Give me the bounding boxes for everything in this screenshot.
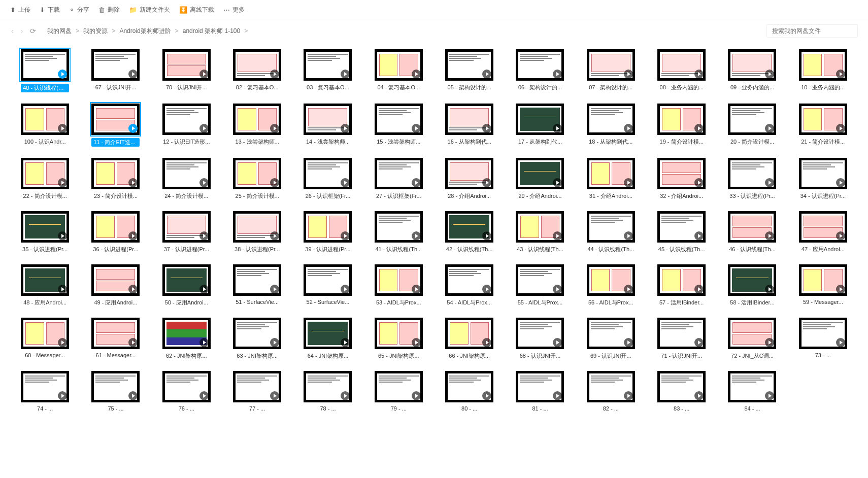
file-item[interactable]: 74 - ... [13, 371, 77, 412]
video-thumbnail[interactable] [445, 371, 493, 402]
video-thumbnail[interactable] [21, 158, 69, 189]
file-item[interactable]: 81 - ... [508, 371, 572, 412]
video-thumbnail[interactable] [516, 318, 564, 349]
breadcrumb-item[interactable]: 我的网盘 [47, 27, 72, 36]
file-item[interactable]: 03 - 复习基本O... [295, 49, 360, 92]
video-thumbnail[interactable] [233, 371, 281, 402]
file-item[interactable]: 80 - ... [437, 371, 502, 412]
file-item[interactable]: 43 - 认识线程(Th... [508, 211, 572, 253]
file-item[interactable]: 06 - 架构设计的... [508, 49, 572, 92]
video-thumbnail[interactable] [587, 49, 635, 81]
video-thumbnail[interactable] [233, 104, 281, 135]
file-item[interactable]: 17 - 从架构到代... [508, 104, 572, 147]
file-item[interactable]: 72 - JNI_从C调... [720, 318, 784, 360]
video-thumbnail[interactable] [304, 211, 352, 243]
file-item[interactable]: 63 - JNI架构原... [225, 318, 289, 360]
file-item[interactable]: 44 - 认识线程(Th... [579, 211, 643, 253]
video-thumbnail[interactable] [587, 158, 635, 189]
video-thumbnail[interactable] [587, 371, 635, 402]
file-item[interactable]: 73 - ... [791, 318, 855, 360]
video-thumbnail[interactable] [162, 371, 211, 402]
file-item[interactable]: 04 - 复习基本O... [366, 49, 431, 92]
breadcrumb-item[interactable]: android 架构师 1-100 [183, 27, 240, 36]
delete-button[interactable]: 🗑删除 [98, 6, 120, 14]
video-thumbnail[interactable] [445, 211, 493, 243]
file-item[interactable]: 66 - JNI架构原... [437, 318, 502, 360]
file-item[interactable]: 15 - 浅尝架构师... [366, 104, 431, 147]
file-item[interactable]: 05 - 架构设计的... [437, 49, 502, 92]
video-thumbnail[interactable] [162, 318, 211, 349]
file-item[interactable]: 48 - 应用Androi... [13, 264, 77, 306]
file-item[interactable]: 10 - 业务内涵的... [791, 49, 855, 92]
video-thumbnail[interactable] [233, 158, 281, 189]
file-item[interactable]: 39 - 认识进程(Pr... [295, 211, 360, 253]
back-button[interactable]: ‹ [10, 26, 15, 36]
video-thumbnail[interactable] [657, 211, 706, 243]
video-thumbnail[interactable] [657, 264, 706, 296]
video-thumbnail[interactable] [445, 104, 493, 135]
file-item[interactable]: 70 - 认识JNI开... [154, 49, 219, 92]
file-item[interactable]: 57 - 活用IBinder... [649, 264, 714, 306]
video-thumbnail[interactable] [375, 371, 423, 402]
file-item[interactable]: 08 - 业务内涵的... [649, 49, 714, 92]
video-thumbnail[interactable] [21, 371, 69, 402]
video-thumbnail[interactable] [304, 104, 352, 135]
file-item[interactable]: 26 - 认识框架(Fr... [295, 158, 360, 200]
video-thumbnail[interactable] [728, 371, 776, 402]
forward-button[interactable]: › [20, 26, 24, 36]
video-thumbnail[interactable] [657, 371, 706, 402]
file-item[interactable]: 40 - 认识线程(Th... [13, 49, 77, 92]
video-thumbnail[interactable] [516, 158, 564, 189]
video-thumbnail[interactable] [728, 158, 776, 189]
video-thumbnail[interactable] [91, 264, 140, 296]
video-thumbnail[interactable] [233, 49, 281, 81]
video-thumbnail[interactable] [516, 264, 564, 296]
file-item[interactable]: 23 - 简介设计模... [83, 158, 148, 200]
video-thumbnail[interactable] [375, 211, 423, 243]
file-item[interactable]: 82 - ... [579, 371, 643, 412]
new-folder-button[interactable]: 📁新建文件夹 [129, 6, 170, 14]
file-item[interactable]: 65 - JNI架构原... [366, 318, 431, 360]
video-thumbnail[interactable] [799, 49, 847, 81]
file-item[interactable]: 46 - 认识线程(Th... [720, 211, 784, 253]
video-thumbnail[interactable] [304, 318, 352, 349]
file-item[interactable]: 28 - 介绍Androi... [437, 158, 502, 200]
file-item[interactable]: 69 - 认识JNI开... [579, 318, 643, 360]
video-thumbnail[interactable] [21, 49, 69, 81]
file-item[interactable]: 50 - 应用Androi... [154, 264, 219, 306]
file-item[interactable]: 13 - 浅尝架构师... [225, 104, 289, 147]
video-thumbnail[interactable] [21, 318, 69, 349]
video-thumbnail[interactable] [445, 49, 493, 81]
file-item[interactable]: 19 - 简介设计模... [649, 104, 714, 147]
file-item[interactable]: 83 - ... [649, 371, 714, 412]
file-item[interactable]: 37 - 认识进程(Pr... [154, 211, 219, 253]
file-item[interactable]: 45 - 认识线程(Th... [649, 211, 714, 253]
video-thumbnail[interactable] [162, 158, 211, 189]
video-thumbnail[interactable] [304, 371, 352, 402]
file-item[interactable]: 33 - 认识进程(Pr... [720, 158, 784, 200]
video-thumbnail[interactable] [375, 158, 423, 189]
file-item[interactable]: 67 - 认识JNI开... [83, 49, 148, 92]
breadcrumb-item[interactable]: Android架构师进阶 [119, 27, 171, 36]
file-item[interactable]: 22 - 简介设计模... [13, 158, 77, 200]
video-thumbnail[interactable] [445, 318, 493, 349]
file-item[interactable]: 35 - 认识进程(Pr... [13, 211, 77, 253]
file-item[interactable]: 31 - 介绍Androi... [579, 158, 643, 200]
video-thumbnail[interactable] [516, 49, 564, 81]
video-thumbnail[interactable] [375, 264, 423, 296]
file-item[interactable]: 53 - AIDL与Prox... [366, 264, 431, 306]
video-thumbnail[interactable] [91, 318, 140, 349]
file-item[interactable]: 49 - 应用Androi... [83, 264, 148, 306]
video-thumbnail[interactable] [587, 104, 635, 135]
file-item[interactable]: 12 - 认识EIT造形... [154, 104, 219, 147]
file-item[interactable]: 62 - JNI架构原... [154, 318, 219, 360]
breadcrumb-item[interactable]: 我的资源 [83, 27, 108, 36]
file-item[interactable]: 61 - Messager... [83, 318, 148, 360]
file-item[interactable]: 64 - JNI架构原... [295, 318, 360, 360]
video-thumbnail[interactable] [799, 211, 847, 243]
video-thumbnail[interactable] [233, 318, 281, 349]
file-item[interactable]: 71 - 认识JNI开... [649, 318, 714, 360]
file-item[interactable]: 77 - ... [225, 371, 289, 412]
video-thumbnail[interactable] [233, 211, 281, 243]
file-item[interactable]: 41 - 认识线程(Th... [366, 211, 431, 253]
